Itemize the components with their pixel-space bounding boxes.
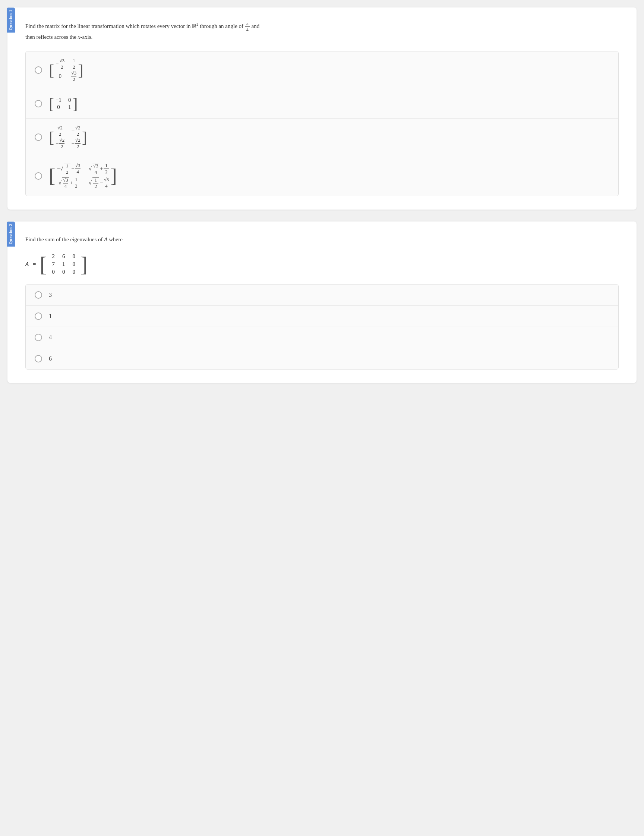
cell-10: 0 [57,104,60,110]
bracket-left: [ [39,253,47,275]
q1-radio-d[interactable] [35,172,42,180]
cell-02: 0 [72,253,75,260]
matrix-a-equation: A = [ 2 6 0 7 1 0 0 0 0 ] [25,253,619,275]
bracket-left: [ [49,166,55,186]
cell-10: −√22 [55,137,64,149]
cell-00: √22 [57,125,63,137]
q2-option-b[interactable]: 1 [26,306,618,327]
cell-21: 0 [62,269,65,275]
cell-10: 7 [52,261,55,267]
cell-01: 6 [62,253,65,260]
cell-20: 0 [52,269,55,275]
q1-radio-a[interactable] [35,66,42,74]
cell-11: √32 [71,70,77,82]
matrix-grid: √22 −√22 −√22 −√22 [55,125,80,149]
cell-11: √ 12 − √34 [89,177,109,189]
question-2-tab: Question 2 [7,222,15,247]
cell-11: 1 [68,104,71,110]
cell-22: 0 [72,269,75,275]
cell-00: −√32 [55,58,64,70]
matrix-grid: −1 0 0 1 [55,97,71,110]
cell-10: √ √34 + 12 [59,177,79,189]
cell-01: 12 [71,58,77,70]
bracket-right: ] [78,62,83,78]
q1-matrix-d: [ −√ 12 − √34 √ √34 + 12 [49,163,117,189]
cell-12: 0 [72,261,75,267]
q1-option-a[interactable]: [ −√32 12 0 √32 ] [26,51,618,89]
q2-answer-d: 6 [49,355,52,362]
matrix-grid: −√ 12 − √34 √ √34 + 12 √ [57,163,109,189]
bracket-left: [ [49,129,54,145]
q2-radio-c[interactable] [35,334,42,341]
q2-option-c[interactable]: 4 [26,327,618,348]
q1-radio-c[interactable] [35,134,42,141]
cell-10: 0 [59,73,62,79]
bracket-left: [ [49,62,54,78]
question-2-text: Find the sum of the eigenvalues of A whe… [25,235,619,245]
q2-options-container: 3 1 4 6 [25,284,619,369]
question-1-tab: Question 1 [7,7,15,33]
q2-answer-b: 1 [49,313,52,320]
q2-radio-a[interactable] [35,291,42,299]
q2-radio-d[interactable] [35,355,42,362]
cell-11: −√22 [71,137,80,149]
cell-00: −1 [55,97,62,103]
cell-00: 2 [52,253,55,260]
q1-options-container: [ −√32 12 0 √32 ] [25,51,619,196]
bracket-right: ] [110,166,117,186]
q2-radio-b[interactable] [35,312,42,320]
q1-option-c[interactable]: [ √22 −√22 −√22 −√22 ] [26,119,618,156]
bracket-right: ] [80,253,88,275]
q1-option-b[interactable]: [ −1 0 0 1 ] [26,89,618,119]
bracket-right: ] [72,96,78,111]
q1-option-d[interactable]: [ −√ 12 − √34 √ √34 + 12 [26,156,618,196]
q1-matrix-a: [ −√32 12 0 √32 ] [49,58,83,82]
question-1-text: Find the matrix for the linear transform… [25,21,619,42]
q1-matrix-c: [ √22 −√22 −√22 −√22 ] [49,125,87,149]
bracket-left: [ [49,96,54,111]
q2-answer-c: 4 [49,334,52,341]
cell-11: 1 [62,261,65,267]
question-2-card: Question 2 Find the sum of the eigenvalu… [7,222,637,383]
q1-radio-b[interactable] [35,100,42,108]
matrix-grid: −√32 12 0 √32 [55,58,77,82]
q1-matrix-b: [ −1 0 0 1 ] [49,96,78,111]
q2-option-a[interactable]: 3 [26,284,618,306]
question-1-card: Question 1 Find the matrix for the linea… [7,7,637,209]
q2-option-d[interactable]: 6 [26,348,618,369]
cell-01: √ √34 + 12 [89,163,109,175]
cell-00: −√ 12 − √34 [57,163,80,175]
cell-01: 0 [68,97,71,103]
matrix-a-grid: 2 6 0 7 1 0 0 0 0 [52,253,75,275]
bracket-right: ] [82,129,87,145]
cell-01: −√22 [71,125,80,137]
q2-answer-a: 3 [49,292,52,298]
